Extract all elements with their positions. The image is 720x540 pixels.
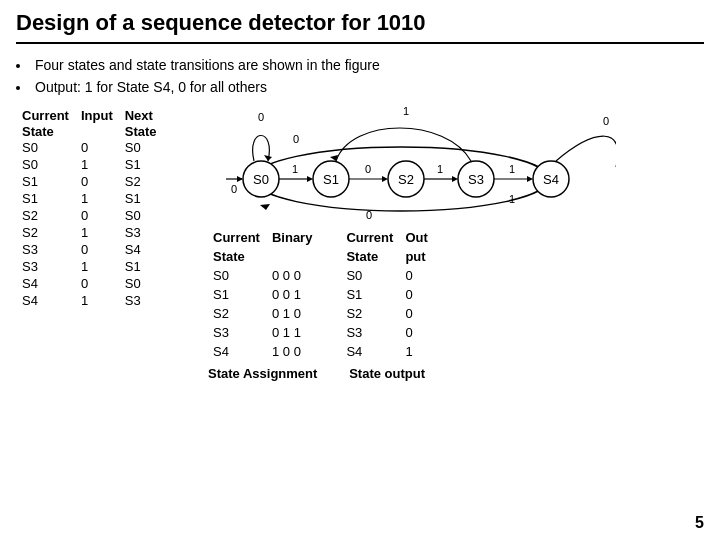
table-row: S41 xyxy=(341,343,432,360)
state-s4-label: S4 xyxy=(543,172,559,187)
table-row: S20 xyxy=(341,305,432,322)
state-assignment-section: Current Binary State S00 0 0 S10 0 1 S20… xyxy=(206,227,319,381)
table-row: S40S0 xyxy=(16,275,163,292)
s2-s3-label: 1 xyxy=(437,163,443,175)
state-diagram: S0 S1 S2 S3 S4 0 xyxy=(206,107,606,217)
assign-col-binary: Binary xyxy=(267,229,317,246)
page-title: Design of a sequence detector for 1010 xyxy=(16,10,704,44)
table-row: S20 1 0 xyxy=(208,305,317,322)
bullet-1: Four states and state transitions are sh… xyxy=(16,54,704,76)
table-row: S10S2 xyxy=(16,173,163,190)
svg-marker-12 xyxy=(452,176,458,182)
table-row: S41 0 0 xyxy=(208,343,317,360)
s0-s1-label: 1 xyxy=(292,163,298,175)
table-row: S11S1 xyxy=(16,190,163,207)
assign-col-current: Current xyxy=(208,229,265,246)
col-empty xyxy=(75,123,119,139)
assign-col-state: State xyxy=(208,248,265,265)
table-row: S41S3 xyxy=(16,292,163,309)
output-header2: State put xyxy=(341,248,432,265)
svg-marker-8 xyxy=(307,176,313,182)
table-row: S00S0 xyxy=(16,139,163,156)
state-s3-label: S3 xyxy=(468,172,484,187)
state-output-label: State output xyxy=(339,366,434,381)
svg-marker-15 xyxy=(260,204,270,210)
state-assignment-label: State Assignment xyxy=(206,366,319,381)
assign-col-empty xyxy=(267,248,317,265)
output-col-out: Out xyxy=(400,229,432,246)
col-next: Next xyxy=(119,107,163,123)
content-area: Current Input Next State State S00S0 S01… xyxy=(16,107,704,381)
s1-s2-label: 0 xyxy=(365,163,371,175)
col-state1: State xyxy=(16,123,75,139)
top-oval-label-0: 0 xyxy=(293,133,299,145)
table-row: S00 0 0 xyxy=(208,267,317,284)
output-header1: Current Out xyxy=(341,229,432,246)
svg-marker-18 xyxy=(237,176,243,182)
state-output-section: Current Out State put S00 S10 S20 S30 S4… xyxy=(339,227,434,381)
bullet-2: Output: 1 for State S4, 0 for all others xyxy=(16,76,704,98)
state-s2-label: S2 xyxy=(398,172,414,187)
s4-top-label: 0 xyxy=(603,115,609,127)
transition-table-header-row2: State State xyxy=(16,123,163,139)
output-col-state: State xyxy=(341,248,398,265)
table-row: S30S4 xyxy=(16,241,163,258)
col-input: Input xyxy=(75,107,119,123)
s3-s4-label: 1 xyxy=(509,163,515,175)
s0-self-label: 0 xyxy=(258,111,264,123)
table-row: S31S1 xyxy=(16,258,163,275)
transition-table-header-row1: Current Input Next xyxy=(16,107,163,123)
table-row: S30 1 1 xyxy=(208,324,317,341)
output-col-put: put xyxy=(400,248,432,265)
assign-header1: Current Binary xyxy=(208,229,317,246)
table-row: S21S3 xyxy=(16,224,163,241)
table-row: S30 xyxy=(341,324,432,341)
table-row: S10 0 1 xyxy=(208,286,317,303)
col-state2: State xyxy=(119,123,163,139)
svg-marker-10 xyxy=(382,176,388,182)
state-s1-label: S1 xyxy=(323,172,339,187)
page: Design of a sequence detector for 1010 F… xyxy=(0,0,720,540)
s3-bottom-label: 1 xyxy=(509,193,515,205)
table-row: S20S0 xyxy=(16,207,163,224)
table-row: S01S1 xyxy=(16,156,163,173)
svg-marker-6 xyxy=(264,155,272,161)
table-row: S00 xyxy=(341,267,432,284)
assign-header2: State xyxy=(208,248,317,265)
col-current: Current xyxy=(16,107,75,123)
right-area: S0 S1 S2 S3 S4 0 xyxy=(206,107,704,381)
bottom-tables: Current Binary State S00 0 0 S10 0 1 S20… xyxy=(206,227,704,381)
transition-table: Current Input Next State State S00S0 S01… xyxy=(16,107,196,381)
s3-s1-top-label: 1 xyxy=(403,107,409,117)
table-row: S10 xyxy=(341,286,432,303)
svg-marker-14 xyxy=(527,176,533,182)
bullet-list: Four states and state transitions are sh… xyxy=(16,54,704,99)
entry-label: 0 xyxy=(231,183,237,195)
diagram-svg: S0 S1 S2 S3 S4 0 xyxy=(206,107,616,222)
page-number: 5 xyxy=(695,514,704,532)
output-col-current: Current xyxy=(341,229,398,246)
bottom-arc-label: 0 xyxy=(366,209,372,221)
state-s0-label: S0 xyxy=(253,172,269,187)
